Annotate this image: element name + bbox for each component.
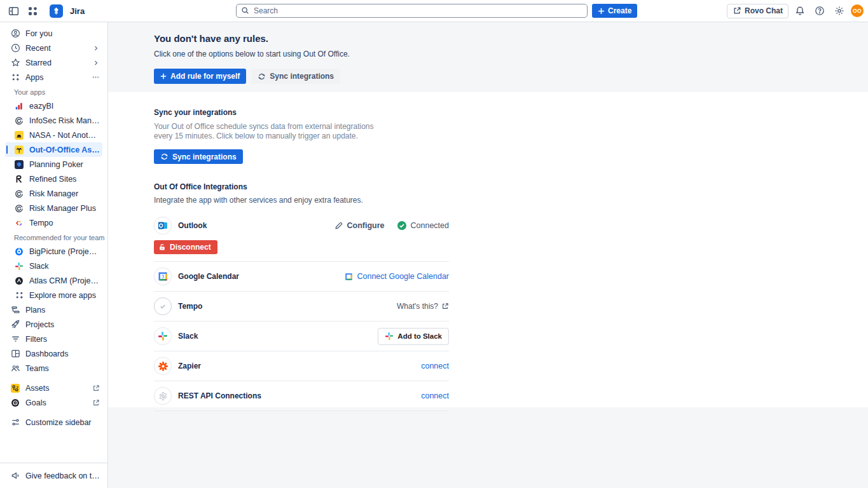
chevron-right-icon bbox=[92, 59, 100, 67]
zapier-logo-icon bbox=[154, 357, 172, 375]
external-link-icon bbox=[441, 302, 449, 310]
sidebar-item-assets[interactable]: Assets bbox=[5, 381, 102, 395]
sync-section-title: Sync your integrations bbox=[154, 108, 868, 117]
integration-row-tempo: Tempo What's this? bbox=[154, 292, 449, 322]
sync-section-description-line2: every 15 minutes. Click below to manuall… bbox=[154, 132, 868, 141]
zapier-connect-link[interactable]: connect bbox=[421, 362, 449, 370]
sidebar-item-for-you[interactable]: For you bbox=[5, 26, 102, 41]
integrations-subtitle: Integrate the app with other services an… bbox=[154, 196, 868, 205]
nasa-app-logo-icon bbox=[14, 130, 24, 140]
pencil-icon bbox=[334, 221, 343, 230]
sidebar-app-nasa[interactable]: NASA - Not Another St... bbox=[5, 128, 102, 142]
integration-row-outlook: Outlook Configure Connected D bbox=[154, 211, 449, 262]
dashboards-icon bbox=[10, 349, 20, 359]
main-content: You don't have any rules. Click one of t… bbox=[108, 22, 868, 488]
app-title: Jira bbox=[70, 6, 85, 16]
sidebar-app-out-of-office-assistant[interactable]: Out-Of-Office Assistant bbox=[5, 142, 102, 157]
integrations-title: Out Of Office Integrations bbox=[154, 182, 868, 191]
search-input[interactable] bbox=[236, 4, 588, 18]
integration-row-zapier: Zapier connect bbox=[154, 351, 449, 381]
empty-state-section: You don't have any rules. Click one of t… bbox=[108, 22, 868, 92]
integration-row-slack: Slack Add to Slack bbox=[154, 322, 449, 351]
sidebar-item-filters[interactable]: Filters bbox=[5, 332, 102, 346]
configure-link[interactable]: Configure bbox=[334, 221, 385, 230]
help-icon[interactable] bbox=[811, 3, 828, 19]
whats-this-link[interactable]: What's this? bbox=[397, 302, 449, 311]
slack-logo-icon bbox=[154, 327, 172, 345]
plans-icon bbox=[10, 305, 20, 315]
sidebar-app-risk-manager-plus[interactable]: Risk Manager Plus bbox=[5, 201, 102, 215]
outlook-logo-icon bbox=[154, 217, 172, 234]
sync-icon bbox=[258, 72, 266, 81]
sidebar-item-teams[interactable]: Teams bbox=[5, 361, 102, 376]
your-apps-section-label: Your apps bbox=[5, 85, 102, 98]
apps-grid-icon bbox=[10, 72, 20, 83]
goals-logo-icon bbox=[10, 398, 20, 408]
sidebar-app-atlas-crm[interactable]: Atlas CRM (Project Ma... bbox=[5, 273, 102, 288]
slack-logo-icon bbox=[385, 332, 394, 341]
integration-row-rest-api: REST API Connections connect bbox=[154, 381, 449, 411]
recommended-section-label: Recommended for your team bbox=[5, 230, 102, 244]
sync-integrations-button-primary[interactable]: Sync integrations bbox=[154, 149, 243, 164]
external-link-icon bbox=[92, 384, 100, 392]
integration-name: Google Calendar bbox=[178, 272, 239, 281]
integration-name: Outlook bbox=[178, 221, 207, 230]
assets-logo-icon bbox=[10, 383, 20, 393]
sidebar-app-infosec-risk-manager[interactable]: InfoSec Risk Manager bbox=[5, 113, 102, 128]
global-search bbox=[236, 4, 588, 18]
notifications-bell-icon[interactable] bbox=[792, 3, 808, 19]
add-rule-button[interactable]: Add rule for myself bbox=[154, 69, 246, 84]
planning-poker-logo-icon bbox=[14, 159, 24, 170]
sidebar-app-slack[interactable]: Slack bbox=[5, 259, 102, 273]
settings-gear-icon[interactable] bbox=[831, 3, 848, 19]
integration-name: Tempo bbox=[178, 302, 202, 311]
bigpicture-logo-icon bbox=[14, 247, 24, 257]
sidebar-item-recent[interactable]: Recent bbox=[5, 41, 102, 55]
collapse-sidebar-icon[interactable] bbox=[5, 3, 22, 19]
star-icon bbox=[10, 58, 20, 68]
app-switcher-icon[interactable] bbox=[24, 3, 41, 19]
google-calendar-mini-icon bbox=[345, 273, 353, 281]
sidebar-item-customize[interactable]: Customize sidebar bbox=[5, 415, 102, 430]
filters-icon bbox=[10, 334, 20, 344]
sidebar-app-tempo[interactable]: Tempo bbox=[5, 215, 102, 230]
plus-icon bbox=[160, 73, 167, 79]
jira-logo-icon[interactable] bbox=[50, 4, 63, 18]
give-feedback-button[interactable]: Give feedback on the n... bbox=[5, 468, 102, 483]
tempo-logo-icon bbox=[14, 218, 24, 228]
sidebar-app-refined-sites[interactable]: Refined Sites bbox=[5, 172, 102, 186]
sync-integrations-button-secondary[interactable]: Sync integrations bbox=[251, 69, 340, 84]
explore-apps-icon bbox=[14, 290, 24, 301]
sidebar-app-risk-manager[interactable]: Risk Manager bbox=[5, 186, 102, 201]
add-to-slack-button[interactable]: Add to Slack bbox=[378, 328, 449, 345]
connect-google-calendar-link[interactable]: Connect Google Calendar bbox=[345, 272, 449, 281]
eazybi-logo-icon bbox=[14, 101, 24, 111]
customize-sliders-icon bbox=[10, 417, 20, 428]
sidebar-item-goals[interactable]: Goals bbox=[5, 395, 102, 410]
infosec-risk-manager-logo-icon bbox=[14, 116, 24, 126]
sidebar-app-planning-poker[interactable]: Planning Poker bbox=[5, 157, 102, 172]
sidebar-item-starred[interactable]: Starred bbox=[5, 55, 102, 70]
tempo-check-icon bbox=[154, 297, 172, 315]
sync-icon bbox=[160, 152, 169, 161]
more-ellipsis-icon[interactable] bbox=[92, 73, 100, 81]
sidebar-app-bigpicture[interactable]: BigPicture (Project Ma... bbox=[5, 244, 102, 259]
projects-rocket-icon bbox=[10, 320, 20, 330]
connected-status-badge: Connected bbox=[397, 220, 449, 231]
sidebar-item-plans[interactable]: Plans bbox=[5, 302, 102, 317]
disconnect-button[interactable]: Disconnect bbox=[154, 240, 217, 254]
integration-name: REST API Connections bbox=[178, 391, 261, 400]
rest-api-connect-link[interactable]: connect bbox=[421, 391, 449, 400]
external-link-icon bbox=[92, 399, 100, 407]
slack-logo-icon bbox=[14, 261, 24, 271]
sidebar-item-projects[interactable]: Projects bbox=[5, 317, 102, 332]
sidebar-item-apps[interactable]: Apps bbox=[5, 70, 102, 85]
rovo-chat-button[interactable]: Rovo Chat bbox=[727, 4, 789, 18]
sidebar-item-explore-more-apps[interactable]: Explore more apps bbox=[5, 288, 102, 302]
user-avatar[interactable]: OO bbox=[851, 4, 864, 17]
sidebar-app-eazybi[interactable]: eazyBI bbox=[5, 98, 102, 113]
create-button[interactable]: Create bbox=[592, 4, 637, 18]
sidebar-item-dashboards[interactable]: Dashboards bbox=[5, 346, 102, 361]
sidebar: For you Recent Starred Apps Your apps ea… bbox=[0, 22, 108, 488]
sidebar-footer: Give feedback on the n... bbox=[0, 463, 107, 488]
